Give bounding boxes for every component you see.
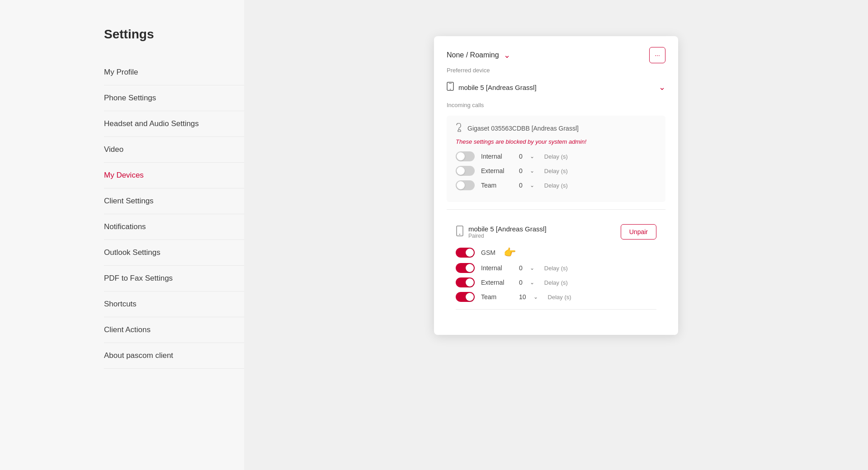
blocked-external-value: 0: [519, 167, 523, 174]
paired-internal-delay: Delay (s): [544, 265, 568, 272]
sidebar-item-about[interactable]: About pascom client: [104, 343, 244, 369]
sidebar-item-my-devices[interactable]: My Devices: [104, 163, 244, 188]
paired-internal-chevron-icon[interactable]: ⌄: [530, 265, 534, 271]
svg-rect-2: [449, 83, 452, 84]
preferred-device-name: mobile 5 [Andreas Grassl]: [458, 84, 537, 91]
unpair-button[interactable]: Unpair: [621, 224, 656, 240]
paired-external-row: External 0 ⌄ Delay (s): [456, 277, 656, 287]
section-divider: [447, 209, 665, 210]
sidebar-item-outlook-settings[interactable]: Outlook Settings: [104, 240, 244, 266]
options-button[interactable]: ···: [649, 47, 665, 63]
paired-phone-icon: [456, 226, 464, 238]
paired-team-value: 10: [519, 293, 526, 301]
blocked-team-chevron-icon: ⌄: [530, 182, 534, 188]
paired-device-block: mobile 5 [Andreas Grassl] Paired Unpair …: [447, 217, 665, 324]
gsm-label: GSM: [481, 249, 495, 256]
blocked-team-delay: Delay (s): [544, 182, 568, 189]
roaming-selector: None / Roaming ⌄: [447, 50, 510, 60]
incoming-calls-label: Incoming calls: [447, 102, 665, 108]
paired-internal-label: Internal: [481, 264, 513, 272]
paired-team-chevron-icon[interactable]: ⌄: [533, 294, 538, 300]
gigaset-phone-icon: [456, 123, 463, 134]
sidebar-item-my-profile[interactable]: My Profile: [104, 60, 244, 85]
paired-device-name-group: mobile 5 [Andreas Grassl] Paired: [468, 225, 547, 239]
paired-device-info: mobile 5 [Andreas Grassl] Paired: [456, 225, 547, 239]
mobile-phone-icon: [447, 82, 454, 93]
paired-device-header: mobile 5 [Andreas Grassl] Paired Unpair: [456, 224, 656, 240]
blocked-internal-label: Internal: [481, 153, 513, 160]
blocked-internal-toggle: [456, 151, 475, 161]
roaming-section: None / Roaming ⌄ ··· Preferred device: [434, 36, 678, 335]
blocked-team-row: Team 0 ⌄ Delay (s): [456, 180, 656, 190]
sidebar-nav: My Profile Phone Settings Headset and Au…: [104, 60, 244, 369]
cursor-hand-icon: 👉: [504, 247, 516, 258]
roaming-label: None / Roaming: [447, 51, 499, 59]
paired-tag: Paired: [468, 233, 547, 239]
paired-team-label: Team: [481, 293, 513, 301]
preferred-device-label: Preferred device: [447, 67, 665, 74]
sidebar-item-shortcuts[interactable]: Shortcuts: [104, 291, 244, 317]
paired-external-delay: Delay (s): [544, 279, 568, 286]
paired-internal-row: Internal 0 ⌄ Delay (s): [456, 263, 656, 273]
sidebar-item-headset-audio[interactable]: Headset and Audio Settings: [104, 111, 244, 137]
sidebar-item-pdf-fax[interactable]: PDF to Fax Settings: [104, 266, 244, 291]
gigaset-device-block: Gigaset 035563CDBB [Andreas Grassl] Thes…: [447, 116, 665, 202]
paired-external-toggle[interactable]: [456, 277, 475, 287]
page-title: Settings: [104, 27, 244, 42]
paired-external-value: 0: [519, 279, 523, 286]
sidebar-item-video[interactable]: Video: [104, 137, 244, 163]
blocked-internal-row: Internal 0 ⌄ Delay (s): [456, 151, 656, 161]
sidebar-item-client-settings[interactable]: Client Settings: [104, 188, 244, 214]
paired-external-chevron-icon[interactable]: ⌄: [530, 279, 534, 286]
svg-point-4: [459, 234, 460, 235]
sidebar-item-notifications[interactable]: Notifications: [104, 214, 244, 240]
main-content: None / Roaming ⌄ ··· Preferred device: [244, 0, 868, 470]
blocked-external-delay: Delay (s): [544, 168, 568, 174]
paired-team-toggle[interactable]: [456, 292, 475, 302]
blocked-external-label: External: [481, 167, 513, 174]
gsm-toggle[interactable]: [456, 248, 475, 258]
gigaset-device-name: Gigaset 035563CDBB [Andreas Grassl]: [467, 125, 579, 132]
sidebar-item-client-actions[interactable]: Client Actions: [104, 317, 244, 343]
paired-internal-toggle[interactable]: [456, 263, 475, 273]
page-container: Settings My Profile Phone Settings Heads…: [0, 0, 868, 470]
blocked-internal-chevron-icon: ⌄: [530, 153, 534, 160]
paired-team-delay: Delay (s): [548, 294, 571, 301]
gsm-row: GSM 👉: [456, 247, 656, 258]
blocked-team-toggle: [456, 180, 475, 190]
svg-point-1: [450, 89, 451, 90]
bottom-divider: [456, 309, 656, 310]
devices-panel: None / Roaming ⌄ ··· Preferred device: [434, 36, 678, 335]
blocked-team-value: 0: [519, 182, 523, 189]
blocked-external-row: External 0 ⌄ Delay (s): [456, 166, 656, 176]
sidebar-item-phone-settings[interactable]: Phone Settings: [104, 85, 244, 111]
paired-device-name: mobile 5 [Andreas Grassl]: [468, 225, 547, 233]
roaming-row: None / Roaming ⌄ ···: [447, 47, 665, 63]
paired-external-label: External: [481, 279, 513, 286]
preferred-device-name-row: mobile 5 [Andreas Grassl]: [447, 82, 537, 93]
blocked-external-chevron-icon: ⌄: [530, 168, 534, 174]
blocked-warning: These settings are blocked by your syste…: [456, 138, 656, 145]
paired-internal-value: 0: [519, 264, 523, 272]
roaming-chevron-icon: ⌄: [504, 50, 510, 60]
preferred-device-row: mobile 5 [Andreas Grassl] ⌄: [447, 78, 665, 96]
sidebar: Settings My Profile Phone Settings Heads…: [0, 0, 244, 470]
gigaset-device-header: Gigaset 035563CDBB [Andreas Grassl]: [456, 123, 656, 134]
preferred-device-chevron-icon[interactable]: ⌄: [659, 82, 665, 92]
blocked-team-label: Team: [481, 182, 513, 189]
blocked-internal-delay: Delay (s): [544, 153, 568, 160]
blocked-external-toggle: [456, 166, 475, 176]
blocked-internal-value: 0: [519, 153, 523, 160]
paired-team-row: Team 10 ⌄ Delay (s): [456, 292, 656, 302]
